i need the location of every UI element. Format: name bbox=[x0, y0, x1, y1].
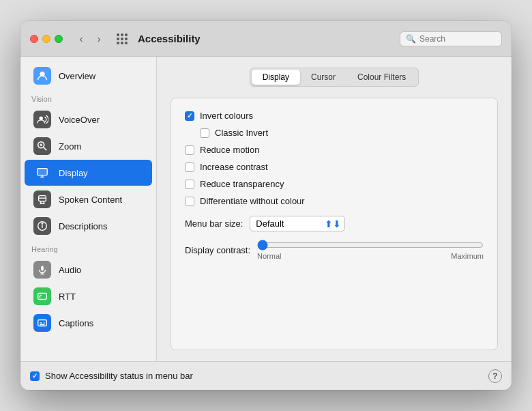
rtt-icon bbox=[33, 287, 52, 306]
sidebar-item-audio[interactable]: Audio bbox=[25, 257, 152, 283]
invert-colours-row: Invert colours bbox=[185, 109, 484, 122]
differentiate-colour-label: Differentiate without colour bbox=[200, 196, 305, 206]
captions-icon bbox=[33, 313, 52, 332]
reduce-transparency-label: Reduce transparency bbox=[200, 179, 284, 189]
sidebar-item-label: Spoken Content bbox=[59, 195, 122, 205]
sidebar-item-label: Display bbox=[59, 168, 88, 178]
reduce-motion-row: Reduce motion bbox=[185, 143, 484, 156]
sidebar-item-overview[interactable]: Overview bbox=[25, 63, 152, 89]
forward-button[interactable]: › bbox=[91, 31, 106, 46]
reduce-motion-checkbox[interactable] bbox=[185, 145, 194, 155]
window-title: Accessibility bbox=[138, 33, 394, 44]
sidebar-item-descriptions[interactable]: Descriptions bbox=[25, 213, 152, 239]
tab-bar: Display Cursor Colour Filters bbox=[250, 68, 419, 87]
main-content: Overview Vision VoiceOver bbox=[20, 57, 512, 361]
tab-cursor[interactable]: Cursor bbox=[300, 70, 346, 85]
sidebar-item-display[interactable]: Display bbox=[25, 160, 152, 186]
search-input[interactable] bbox=[419, 34, 496, 44]
audio-icon bbox=[33, 260, 52, 279]
sidebar-item-voiceover[interactable]: VoiceOver bbox=[25, 107, 152, 132]
status-checkbox-row: Show Accessibility status in menu bar bbox=[30, 371, 488, 381]
classic-invert-label: Classic Invert bbox=[215, 128, 268, 138]
sidebar-item-captions[interactable]: Captions bbox=[25, 310, 152, 336]
sidebar-item-zoom[interactable]: Zoom bbox=[25, 133, 152, 159]
menu-bar-size-row: Menu bar size: Default Large ⬆⬇ bbox=[185, 216, 484, 231]
help-button[interactable]: ? bbox=[488, 369, 502, 383]
titlebar: ‹ › Accessibility 🔍 bbox=[20, 21, 512, 57]
traffic-lights bbox=[30, 35, 63, 43]
section-label-vision: Vision bbox=[20, 89, 156, 106]
classic-invert-checkbox[interactable] bbox=[200, 128, 209, 138]
sidebar-item-label: RTT bbox=[59, 292, 76, 302]
back-button[interactable]: ‹ bbox=[74, 31, 89, 46]
sidebar-item-label: Descriptions bbox=[59, 221, 108, 231]
display-contrast-row: Display contrast: Normal Maximum bbox=[185, 240, 484, 260]
bottom-bar: Show Accessibility status in menu bar ? bbox=[20, 361, 512, 390]
tab-colour-filters[interactable]: Colour Filters bbox=[346, 70, 417, 85]
sidebar-item-label: Zoom bbox=[59, 141, 81, 152]
slider-labels: Normal Maximum bbox=[257, 252, 484, 260]
close-button[interactable] bbox=[30, 35, 38, 43]
increase-contrast-checkbox[interactable] bbox=[185, 162, 194, 172]
zoom-icon bbox=[33, 137, 52, 156]
display-contrast-label: Display contrast: bbox=[185, 245, 250, 255]
overview-icon bbox=[33, 66, 52, 85]
increase-contrast-row: Increase contrast bbox=[185, 160, 484, 173]
sidebar-item-label: Overview bbox=[59, 71, 95, 81]
svg-point-1 bbox=[40, 117, 43, 120]
grid-icon[interactable] bbox=[115, 31, 130, 46]
section-label-hearing: Hearing bbox=[20, 240, 156, 256]
nav-arrows: ‹ › bbox=[74, 31, 106, 46]
menu-bar-size-select[interactable]: Default Large bbox=[250, 216, 345, 231]
spoken-content-icon bbox=[33, 190, 52, 209]
voiceover-icon bbox=[33, 110, 52, 129]
increase-contrast-label: Increase contrast bbox=[200, 162, 268, 172]
sidebar-item-label: Captions bbox=[59, 318, 93, 328]
main-window: ‹ › Accessibility 🔍 bbox=[20, 21, 512, 390]
search-icon: 🔍 bbox=[406, 34, 416, 44]
contrast-slider-container: Normal Maximum bbox=[257, 240, 484, 260]
svg-rect-21 bbox=[38, 294, 47, 300]
reduce-motion-label: Reduce motion bbox=[200, 145, 259, 155]
sidebar: Overview Vision VoiceOver bbox=[20, 57, 157, 361]
contrast-slider[interactable] bbox=[257, 240, 484, 251]
descriptions-icon bbox=[33, 216, 52, 236]
invert-colours-checkbox[interactable] bbox=[185, 111, 194, 121]
svg-rect-18 bbox=[41, 266, 44, 271]
right-panel: Display Cursor Colour Filters Invert col… bbox=[157, 57, 512, 361]
minimize-button[interactable] bbox=[42, 35, 50, 43]
menu-bar-size-label: Menu bar size: bbox=[185, 218, 243, 229]
search-box[interactable]: 🔍 bbox=[400, 31, 502, 46]
invert-colours-label: Invert colours bbox=[200, 111, 253, 121]
sidebar-item-rtt[interactable]: RTT bbox=[25, 283, 152, 309]
sidebar-item-label: VoiceOver bbox=[59, 115, 100, 125]
classic-invert-row: Classic Invert bbox=[200, 126, 484, 139]
svg-line-3 bbox=[44, 147, 47, 151]
differentiate-colour-checkbox[interactable] bbox=[185, 197, 194, 206]
sidebar-item-spoken-content[interactable]: Spoken Content bbox=[25, 186, 152, 212]
sidebar-item-label: Audio bbox=[59, 265, 81, 275]
contrast-min-label: Normal bbox=[257, 252, 281, 260]
menu-bar-size-select-wrapper: Default Large ⬆⬇ bbox=[250, 216, 345, 231]
svg-point-17 bbox=[42, 223, 42, 224]
display-icon bbox=[33, 163, 52, 182]
differentiate-colour-row: Differentiate without colour bbox=[185, 195, 484, 208]
maximize-button[interactable] bbox=[55, 35, 63, 43]
contrast-max-label: Maximum bbox=[451, 252, 484, 260]
svg-rect-7 bbox=[38, 169, 47, 175]
show-status-checkbox[interactable] bbox=[30, 371, 40, 381]
content-panel: Invert colours Classic Invert Reduce mot… bbox=[171, 98, 498, 350]
tab-display[interactable]: Display bbox=[252, 70, 300, 85]
reduce-transparency-checkbox[interactable] bbox=[185, 180, 194, 189]
reduce-transparency-row: Reduce transparency bbox=[185, 178, 484, 190]
show-status-label: Show Accessibility status in menu bar bbox=[45, 371, 193, 381]
